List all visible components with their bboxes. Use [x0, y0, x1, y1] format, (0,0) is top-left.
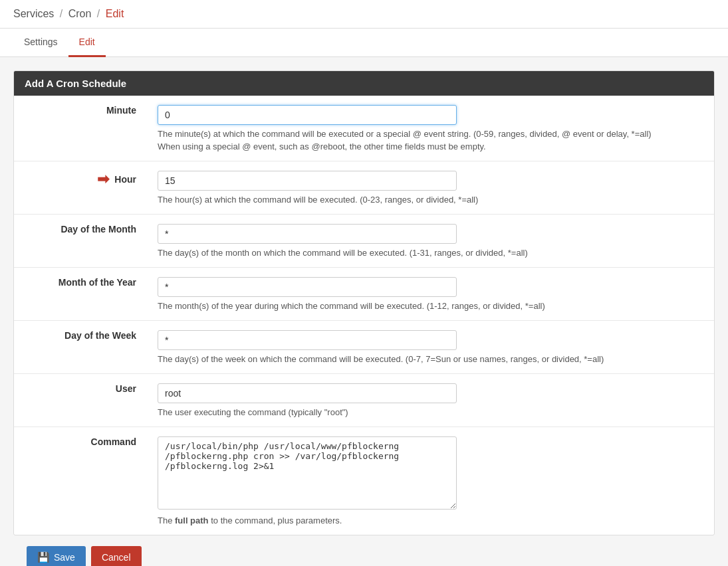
day-of-month-input[interactable]: [158, 224, 457, 244]
month-of-year-label: Month of the Year: [14, 268, 147, 321]
minute-help2: When using a special @ event, such as @r…: [158, 142, 703, 151]
save-button[interactable]: 💾 Save: [27, 546, 86, 566]
breadcrumb-sep2: /: [97, 8, 100, 19]
command-help-prefix: The: [158, 516, 175, 525]
form-actions: 💾 Save Cancel: [13, 535, 715, 566]
command-input-cell: The full path to the command, plus param…: [147, 427, 714, 535]
breadcrumb: Services / Cron / Edit: [0, 0, 728, 29]
hour-row: ➡ Hour The hour(s) at which the command …: [14, 161, 714, 215]
breadcrumb-services[interactable]: Services: [13, 8, 54, 19]
form-table: Minute The minute(s) at which the comman…: [14, 96, 714, 535]
hour-help: The hour(s) at which the command will be…: [158, 195, 703, 205]
user-label: User: [14, 374, 147, 427]
minute-input[interactable]: [158, 105, 457, 125]
hour-label-wrapper: ➡ Hour: [25, 171, 136, 188]
user-help: The user executing the command (typicall…: [158, 407, 703, 417]
command-help: The full path to the command, plus param…: [158, 516, 703, 525]
command-help-bold: full path: [175, 516, 209, 525]
hour-input[interactable]: [158, 171, 457, 191]
day-of-month-input-cell: The day(s) of the month on which the com…: [147, 215, 714, 268]
tabs-bar: Settings Edit: [0, 29, 728, 57]
day-of-week-input-cell: The day(s) of the week on which the comm…: [147, 321, 714, 374]
month-of-year-help: The month(s) of the year during which th…: [158, 301, 703, 311]
save-icon: 💾: [37, 551, 50, 563]
breadcrumb-sep1: /: [60, 8, 62, 19]
day-of-month-label: Day of the Month: [14, 215, 147, 268]
day-of-month-row: Day of the Month The day(s) of the month…: [14, 215, 714, 268]
card-header: Add A Cron Schedule: [14, 71, 714, 96]
minute-row: Minute The minute(s) at which the comman…: [14, 96, 714, 161]
content-area: Add A Cron Schedule Minute The minute(s)…: [0, 57, 728, 566]
user-row: User The user executing the command (typ…: [14, 374, 714, 427]
minute-input-cell: The minute(s) at which the command will …: [147, 96, 714, 161]
hour-label: Hour: [114, 174, 136, 185]
cron-schedule-card: Add A Cron Schedule Minute The minute(s)…: [13, 70, 715, 535]
save-label: Save: [54, 552, 75, 563]
command-row: Command The full path to the command, pl…: [14, 427, 714, 535]
hour-arrow-icon: ➡: [97, 171, 109, 188]
cancel-button[interactable]: Cancel: [91, 546, 142, 566]
tab-edit[interactable]: Edit: [68, 29, 106, 57]
day-of-week-row: Day of the Week The day(s) of the week o…: [14, 321, 714, 374]
breadcrumb-cron[interactable]: Cron: [68, 8, 92, 19]
minute-help1: The minute(s) at which the command will …: [158, 129, 703, 139]
month-of-year-input-cell: The month(s) of the year during which th…: [147, 268, 714, 321]
breadcrumb-active: Edit: [106, 8, 124, 19]
month-of-year-input[interactable]: [158, 277, 457, 297]
hour-label-cell: ➡ Hour: [14, 161, 147, 215]
command-label: Command: [14, 427, 147, 535]
command-help-suffix: to the command, plus parameters.: [209, 516, 342, 525]
month-of-year-row: Month of the Year The month(s) of the ye…: [14, 268, 714, 321]
user-input-cell: The user executing the command (typicall…: [147, 374, 714, 427]
tab-settings[interactable]: Settings: [13, 29, 68, 57]
day-of-week-help: The day(s) of the week on which the comm…: [158, 354, 703, 364]
day-of-week-label: Day of the Week: [14, 321, 147, 374]
user-input[interactable]: [158, 383, 457, 403]
day-of-month-help: The day(s) of the month on which the com…: [158, 248, 703, 258]
day-of-week-input[interactable]: [158, 330, 457, 350]
command-textarea[interactable]: [158, 436, 457, 510]
minute-label: Minute: [14, 96, 147, 161]
hour-input-cell: The hour(s) at which the command will be…: [147, 161, 714, 215]
